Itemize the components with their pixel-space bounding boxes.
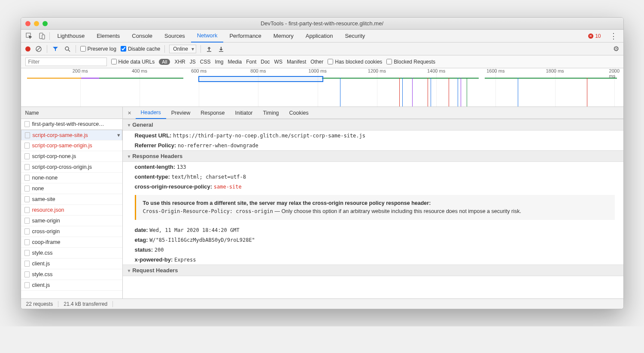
titlebar: DevTools - first-party-test-with-resourc…	[21, 18, 623, 30]
more-menu-icon[interactable]: ⋮	[606, 31, 621, 41]
filter-type-manifest[interactable]: Manifest	[287, 59, 306, 65]
request-row[interactable]: script-corp-same-site.js	[21, 130, 122, 140]
request-name: script-corp-same-origin.js	[32, 143, 92, 149]
section-request-headers[interactable]: Request Headers	[123, 265, 623, 276]
request-row[interactable]: style.css	[21, 248, 122, 259]
filter-icon[interactable]	[52, 45, 59, 53]
detail-tab-initiator[interactable]: Initiator	[230, 107, 258, 119]
request-row[interactable]: resource.json	[21, 205, 122, 216]
filter-type-xhr[interactable]: XHR	[174, 59, 185, 65]
status-requests: 22 requests	[21, 301, 59, 307]
request-name: client.js	[32, 282, 50, 288]
clear-icon[interactable]	[35, 45, 43, 53]
upload-har-icon[interactable]	[205, 45, 213, 53]
timeline-overview[interactable]: 200 ms400 ms600 ms800 ms1000 ms1200 ms14…	[21, 68, 623, 107]
timeline-tick: 1600 ms	[486, 68, 504, 73]
separator	[200, 45, 201, 53]
timeline-tick: 1000 ms	[309, 68, 327, 73]
timeline-tick: 1800 ms	[546, 68, 564, 73]
tab-console[interactable]: Console	[126, 30, 158, 43]
detail-tab-headers[interactable]: Headers	[136, 107, 166, 119]
throttling-select[interactable]: Online	[169, 45, 196, 53]
filter-type-other[interactable]: Other	[310, 59, 323, 65]
request-name: resource.json	[32, 207, 64, 213]
settings-gear-icon[interactable]: ⚙	[613, 45, 619, 53]
file-icon	[24, 228, 30, 234]
svg-line-6	[68, 50, 70, 52]
request-row[interactable]: first-party-test-with-resource…	[21, 119, 122, 130]
request-row[interactable]: script-corp-none.js	[21, 151, 122, 162]
disable-cache-checkbox[interactable]: Disable cache	[121, 46, 160, 52]
detail-tab-response[interactable]: Response	[195, 107, 230, 119]
preserve-log-checkbox[interactable]: Preserve log	[80, 46, 116, 52]
has-blocked-cookies-checkbox[interactable]: Has blocked cookies	[328, 59, 382, 65]
headers-body: General Request URL: https://third-party…	[123, 119, 623, 298]
name-column-header[interactable]: Name	[21, 107, 122, 119]
tab-lighthouse[interactable]: Lighthouse	[52, 30, 91, 43]
filter-type-js[interactable]: JS	[190, 59, 196, 65]
request-row[interactable]: none	[21, 183, 122, 194]
request-row[interactable]: script-corp-cross-origin.js	[21, 162, 122, 173]
filter-type-doc[interactable]: Doc	[261, 59, 270, 65]
request-row[interactable]: style.css	[21, 269, 122, 280]
request-row[interactable]: coop-iframe	[21, 237, 122, 248]
section-response-headers[interactable]: Response Headers	[123, 150, 623, 162]
filter-type-media[interactable]: Media	[228, 59, 242, 65]
file-icon	[24, 271, 30, 277]
inspect-icon[interactable]	[24, 30, 35, 42]
hide-data-urls-checkbox[interactable]: Hide data URLs	[111, 59, 155, 65]
record-button[interactable]	[25, 46, 30, 52]
filter-type-css[interactable]: CSS	[200, 59, 211, 65]
tab-performance[interactable]: Performance	[223, 30, 267, 43]
network-content: Name first-party-test-with-resource…scri…	[21, 107, 623, 298]
request-row[interactable]: client.js	[21, 280, 122, 291]
status-bar: 22 requests 21.4 kB transferred	[21, 298, 623, 309]
status-transferred: 21.4 kB transferred	[58, 301, 113, 307]
request-name: script-corp-none.js	[32, 153, 76, 159]
filter-type-font[interactable]: Font	[246, 59, 256, 65]
detail-tab-preview[interactable]: Preview	[166, 107, 195, 119]
tab-security[interactable]: Security	[339, 30, 371, 43]
separator	[47, 45, 47, 53]
timeline-tick: 800 ms	[250, 68, 266, 73]
section-general[interactable]: General	[123, 119, 623, 131]
svg-rect-2	[42, 35, 45, 39]
close-detail-icon[interactable]: ×	[125, 110, 134, 116]
error-icon: ✕	[588, 33, 593, 39]
file-icon	[24, 196, 30, 202]
tab-application[interactable]: Application	[300, 30, 339, 43]
filter-type-ws[interactable]: WS	[274, 59, 283, 65]
device-toggle-icon[interactable]	[36, 30, 48, 42]
svg-rect-8	[219, 51, 223, 52]
request-row[interactable]: none-none	[21, 173, 122, 183]
download-har-icon[interactable]	[217, 45, 225, 53]
file-icon	[24, 218, 30, 224]
timeline-tick: 600 ms	[191, 68, 207, 73]
error-count[interactable]: ✕ 10	[588, 33, 601, 39]
filter-bar: Hide data URLs All XHRJSCSSImgMediaFontD…	[21, 55, 623, 68]
tab-elements[interactable]: Elements	[91, 30, 126, 43]
request-row[interactable]: script-corp-same-origin.js	[21, 140, 122, 151]
file-icon	[24, 250, 30, 256]
file-icon	[24, 186, 30, 192]
filter-type-img[interactable]: Img	[215, 59, 224, 65]
blocked-requests-checkbox[interactable]: Blocked Requests	[386, 59, 435, 65]
detail-tab-timing[interactable]: Timing	[258, 107, 284, 119]
search-icon[interactable]	[64, 45, 71, 53]
request-row[interactable]: same-site	[21, 194, 122, 205]
tab-network[interactable]: Network	[191, 30, 224, 43]
request-row[interactable]: same-origin	[21, 216, 122, 226]
svg-rect-7	[207, 51, 211, 52]
tab-memory[interactable]: Memory	[267, 30, 300, 43]
detail-tab-cookies[interactable]: Cookies	[284, 107, 314, 119]
request-row[interactable]: client.js	[21, 259, 122, 269]
separator	[49, 32, 50, 40]
detail-tabs: × HeadersPreviewResponseInitiatorTimingC…	[123, 107, 623, 119]
timeline-tick: 200 ms	[73, 68, 88, 73]
request-row[interactable]: cross-origin	[21, 226, 122, 237]
filter-input[interactable]	[25, 58, 107, 66]
file-icon	[24, 164, 30, 170]
request-name: style.css	[32, 271, 53, 277]
tab-sources[interactable]: Sources	[158, 30, 191, 43]
filter-type-all[interactable]: All	[159, 59, 170, 65]
